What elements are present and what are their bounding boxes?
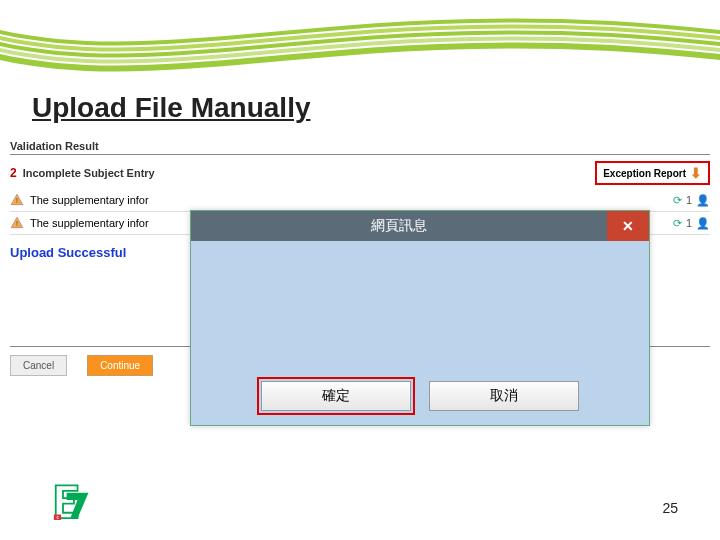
dialog-body <box>191 241 649 371</box>
row-badge: 1 <box>686 194 692 206</box>
row-action-icons: ⟳ 1 👤 <box>673 194 710 207</box>
dialog-title-text: 網頁訊息 <box>191 211 607 241</box>
slide-title: Upload File Manually <box>32 92 310 124</box>
exception-report-label: Exception Report <box>603 168 686 179</box>
person-icon[interactable]: 👤 <box>696 194 710 207</box>
close-icon: ✕ <box>622 218 634 234</box>
divider <box>10 154 710 155</box>
warning-icon: ! <box>10 216 24 230</box>
download-arrow-icon: ⬇ <box>690 165 702 181</box>
dialog-cancel-button[interactable]: 取消 <box>429 381 579 411</box>
dialog-close-button[interactable]: ✕ <box>607 211 649 241</box>
dialog-button-row: 確定 取消 <box>191 371 649 425</box>
validation-summary-row: 2 Incomplete Subject Entry Exception Rep… <box>10 161 710 185</box>
continue-button[interactable]: Continue <box>87 355 153 376</box>
warning-icon: ! <box>10 193 24 207</box>
refresh-icon[interactable]: ⟳ <box>673 217 682 230</box>
row-badge: 1 <box>686 217 692 229</box>
page-number: 25 <box>662 500 678 516</box>
logo: c <box>50 480 96 524</box>
webpage-message-dialog: 網頁訊息 ✕ 確定 取消 <box>190 210 650 426</box>
warning-text: The supplementary infor <box>30 194 149 206</box>
svg-text:!: ! <box>16 197 18 204</box>
person-icon[interactable]: 👤 <box>696 217 710 230</box>
incomplete-label: Incomplete Subject Entry <box>23 167 155 179</box>
refresh-icon[interactable]: ⟳ <box>673 194 682 207</box>
svg-text:!: ! <box>16 220 18 227</box>
dialog-titlebar: 網頁訊息 ✕ <box>191 211 649 241</box>
warning-text: The supplementary infor <box>30 217 149 229</box>
incomplete-count: 2 <box>10 166 17 180</box>
dialog-ok-button[interactable]: 確定 <box>261 381 411 411</box>
warning-row: ! The supplementary infor ⟳ 1 👤 <box>10 189 710 212</box>
exception-report-button[interactable]: Exception Report ⬇ <box>595 161 710 185</box>
decorative-wave-header <box>0 0 720 80</box>
validation-heading: Validation Result <box>10 140 710 152</box>
cancel-button[interactable]: Cancel <box>10 355 67 376</box>
row-action-icons: ⟳ 1 👤 <box>673 217 710 230</box>
